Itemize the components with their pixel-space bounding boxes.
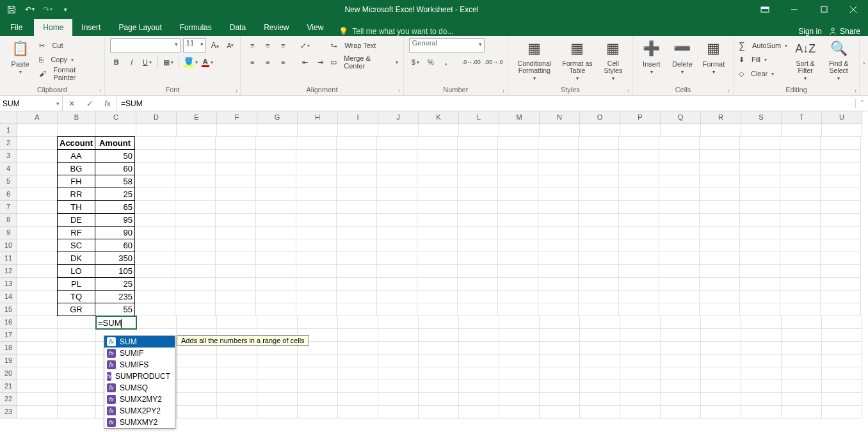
row-header[interactable]: 17	[0, 329, 17, 342]
row-header[interactable]: 5	[0, 175, 17, 188]
tell-me[interactable]: 💡 Tell me what you want to do...	[332, 27, 460, 36]
cell[interactable]	[135, 175, 175, 188]
cell[interactable]	[498, 291, 538, 303]
cell[interactable]	[659, 291, 700, 303]
cell[interactable]	[417, 227, 458, 239]
cell[interactable]	[459, 124, 499, 137]
cell[interactable]	[377, 188, 417, 201]
tab-review[interactable]: Review	[255, 19, 298, 36]
cell[interactable]	[659, 150, 700, 163]
cell[interactable]	[378, 367, 419, 380]
select-all-corner[interactable]	[0, 111, 17, 124]
cell[interactable]	[498, 175, 538, 188]
cell[interactable]	[580, 393, 620, 406]
cell[interactable]	[257, 406, 298, 419]
cell[interactable]	[296, 303, 337, 316]
cell[interactable]	[659, 278, 700, 291]
row-header[interactable]: 23	[0, 406, 17, 419]
cell[interactable]	[782, 355, 822, 367]
cell[interactable]	[175, 252, 216, 265]
cell[interactable]	[459, 355, 499, 367]
cell[interactable]	[216, 252, 256, 265]
cell[interactable]	[17, 214, 58, 227]
cell[interactable]	[17, 163, 58, 175]
cell[interactable]	[417, 201, 458, 214]
cell[interactable]	[298, 316, 338, 329]
cell[interactable]	[459, 380, 499, 393]
cell[interactable]	[177, 316, 217, 329]
cell[interactable]	[661, 367, 701, 380]
align-top-button[interactable]: ≡	[246, 39, 259, 52]
cell[interactable]	[579, 291, 619, 303]
cell[interactable]	[538, 291, 579, 303]
cell[interactable]	[458, 239, 498, 252]
cell[interactable]	[256, 239, 296, 252]
autocomplete-item[interactable]: fxSUM	[104, 336, 175, 348]
cell[interactable]	[135, 252, 175, 265]
cell[interactable]	[538, 303, 579, 316]
cell[interactable]	[458, 137, 498, 150]
cell[interactable]	[338, 367, 378, 380]
cell[interactable]	[17, 265, 58, 278]
cell[interactable]	[338, 342, 378, 355]
cell[interactable]	[58, 406, 96, 419]
cell[interactable]	[741, 329, 782, 342]
align-center-button[interactable]: ≡	[261, 56, 274, 68]
column-header[interactable]: R	[701, 111, 741, 124]
cell[interactable]	[296, 291, 337, 303]
cell[interactable]	[700, 214, 740, 227]
cell[interactable]	[256, 291, 296, 303]
cell[interactable]	[740, 252, 780, 265]
cell[interactable]	[458, 188, 498, 201]
cell[interactable]	[540, 342, 580, 355]
cell[interactable]	[659, 252, 700, 265]
cell[interactable]	[780, 265, 821, 278]
cell[interactable]	[782, 124, 822, 137]
cell[interactable]	[700, 239, 740, 252]
cell[interactable]	[538, 252, 579, 265]
cell[interactable]	[701, 380, 741, 393]
cell[interactable]	[377, 163, 417, 175]
cell[interactable]	[256, 278, 296, 291]
cell[interactable]	[17, 150, 58, 163]
row-header[interactable]: 21	[0, 380, 17, 393]
cell[interactable]: SC	[57, 239, 95, 252]
autocomplete-item[interactable]: fxSUMIFS	[104, 359, 175, 371]
cell[interactable]	[780, 201, 821, 214]
cell[interactable]	[296, 227, 337, 239]
cell[interactable]	[377, 150, 417, 163]
cell[interactable]	[377, 227, 417, 239]
cell[interactable]: 50	[95, 149, 135, 163]
cell[interactable]	[338, 316, 378, 329]
cell[interactable]	[419, 329, 459, 342]
cell[interactable]	[740, 150, 780, 163]
cell[interactable]	[538, 137, 579, 150]
cell[interactable]	[700, 150, 740, 163]
cell[interactable]	[659, 201, 700, 214]
cell[interactable]	[257, 316, 298, 329]
cell[interactable]	[579, 137, 619, 150]
cell[interactable]	[337, 175, 377, 188]
cell[interactable]	[458, 252, 498, 265]
decrease-font-button[interactable]: A▾	[224, 39, 237, 52]
cell[interactable]	[700, 201, 740, 214]
cell[interactable]	[419, 124, 459, 137]
row-header[interactable]: 3	[0, 150, 17, 163]
share-button[interactable]: Share	[828, 27, 860, 36]
cell[interactable]	[579, 175, 619, 188]
worksheet[interactable]: ABCDEFGHIJKLMNOPQRSTU 123456789101112131…	[0, 111, 868, 432]
cell[interactable]	[216, 303, 256, 316]
cell[interactable]	[780, 163, 821, 175]
cell[interactable]	[175, 291, 216, 303]
cell[interactable]	[296, 239, 337, 252]
autocomplete-item[interactable]: fxSUMXMY2	[104, 417, 175, 428]
cell[interactable]: 25	[95, 188, 135, 201]
cell[interactable]	[136, 316, 177, 329]
cell[interactable]	[782, 380, 822, 393]
cell[interactable]	[135, 137, 175, 150]
cell[interactable]	[701, 406, 741, 419]
cell[interactable]	[700, 303, 740, 316]
cell[interactable]	[821, 227, 861, 239]
cell[interactable]	[417, 137, 458, 150]
enter-formula-button[interactable]: ✓	[81, 96, 99, 111]
